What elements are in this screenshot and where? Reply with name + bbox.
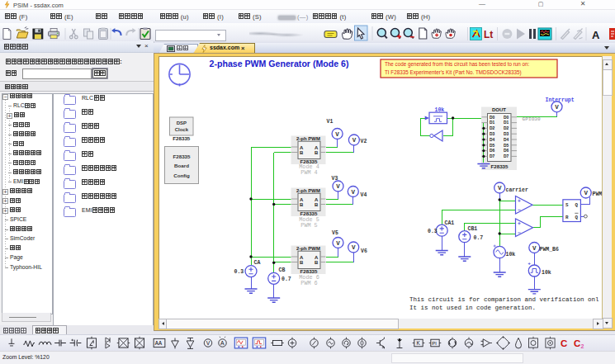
svg-text:D1: D1: [504, 121, 509, 125]
svg-text:D6: D6: [504, 149, 509, 153]
svg-text:V4: V4: [361, 192, 367, 198]
svg-text:D0: D0: [490, 116, 495, 120]
svg-text:10k: 10k: [542, 270, 551, 276]
svg-text:Q: Q: [575, 215, 579, 220]
svg-text:Lt: Lt: [484, 29, 493, 40]
svg-text:A: A: [592, 29, 600, 41]
svg-text:0.7: 0.7: [281, 277, 291, 282]
svg-text:This circuit is for comparison: This circuit is for comparison and verif…: [409, 296, 599, 303]
svg-text:DOUT: DOUT: [492, 107, 506, 112]
svg-text:D2: D2: [504, 126, 509, 130]
svg-text:0.3: 0.3: [428, 229, 438, 234]
svg-text:D3: D3: [504, 132, 509, 136]
svg-text:CB: CB: [279, 267, 286, 273]
svg-text:2-phase PWM Generator (Mode 6): 2-phase PWM Generator (Mode 6): [210, 59, 349, 69]
svg-text:A: A: [300, 145, 304, 150]
svg-text:C: C: [561, 338, 567, 348]
svg-text:D5: D5: [490, 144, 495, 148]
svg-text:D1: D1: [490, 121, 495, 125]
svg-text:CA1: CA1: [445, 220, 455, 226]
svg-text:A: A: [315, 145, 319, 150]
svg-text:C: C: [574, 338, 580, 348]
svg-text:0.7: 0.7: [474, 235, 484, 241]
svg-text:TI F28335 Experimenter's Kit (: TI F28335 Experimenter's Kit (Part No. T…: [385, 69, 522, 76]
svg-text:PWM 6: PWM 6: [300, 280, 317, 286]
svg-text:Board: Board: [174, 163, 189, 168]
svg-text:PWM 5: PWM 5: [300, 222, 317, 229]
svg-text:DSP: DSP: [177, 121, 187, 125]
svg-text:D7: D7: [504, 154, 509, 158]
svg-text:It is not used in code generat: It is not used in code generation.: [409, 305, 536, 311]
svg-text:A: A: [220, 340, 225, 346]
svg-text:D7: D7: [490, 154, 495, 158]
svg-text:PWM 4: PWM 4: [300, 169, 317, 176]
svg-text:PWM_B6: PWM_B6: [540, 247, 560, 253]
svg-text:F28335: F28335: [491, 163, 509, 169]
svg-text:B: B: [300, 150, 304, 155]
svg-text:V5: V5: [332, 230, 338, 236]
svg-text:K: K: [416, 340, 420, 346]
svg-text:V6: V6: [361, 248, 367, 254]
svg-text:PI: PI: [432, 341, 437, 346]
svg-text:AA: AA: [155, 340, 163, 347]
svg-text:Config: Config: [173, 173, 190, 178]
svg-text:V1: V1: [327, 119, 334, 125]
svg-text:B: B: [315, 150, 319, 155]
svg-text:Clock: Clock: [175, 127, 189, 132]
svg-text:10k: 10k: [435, 107, 445, 113]
svg-text:CB1: CB1: [468, 226, 478, 232]
svg-text:10k: 10k: [506, 252, 516, 258]
svg-text:2: 2: [581, 343, 584, 349]
svg-text:Q: Q: [575, 202, 579, 208]
svg-text:D5: D5: [504, 144, 509, 148]
svg-text:D4: D4: [490, 138, 495, 142]
svg-text:D0: D0: [504, 116, 509, 120]
svg-text:Interrupt: Interrupt: [546, 97, 575, 103]
svg-text:D3: D3: [490, 132, 495, 136]
svg-text:V2: V2: [361, 139, 367, 144]
svg-text:V3: V3: [332, 176, 338, 182]
svg-text:carrier: carrier: [506, 187, 528, 193]
svg-text:V: V: [206, 340, 211, 346]
svg-text:R: R: [565, 215, 569, 220]
svg-text:0.3: 0.3: [234, 269, 244, 275]
svg-text:F28335: F28335: [173, 154, 192, 159]
svg-text:The code generated from this c: The code generated from this circuit has…: [385, 61, 530, 68]
svg-text:D6: D6: [490, 149, 495, 153]
svg-text:D2: D2: [490, 126, 495, 130]
svg-text:D4: D4: [504, 138, 509, 142]
svg-text:PWM: PWM: [593, 191, 603, 197]
svg-text:GPIO30: GPIO30: [523, 116, 542, 122]
svg-text:CA: CA: [254, 260, 261, 266]
svg-text:2-ph PWM: 2-ph PWM: [296, 136, 320, 141]
svg-text:F28335: F28335: [173, 135, 191, 141]
svg-text:S: S: [565, 202, 569, 208]
